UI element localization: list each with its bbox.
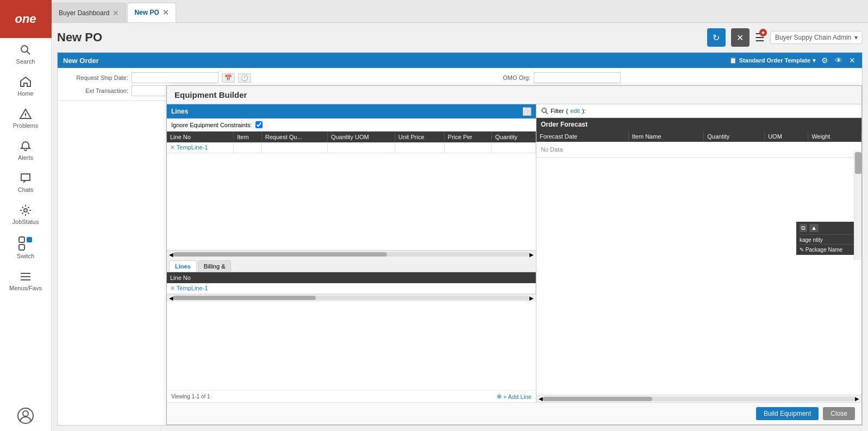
bottom-data-row: ✕ TempLine-1: [167, 283, 536, 294]
package-collapse-icon[interactable]: ▲: [809, 224, 819, 232]
col-quantity: Quantity: [492, 132, 536, 142]
forecast-no-data: No Data: [536, 142, 861, 158]
bottom-cell-line-no: ✕ TempLine-1: [167, 283, 536, 294]
app-logo[interactable]: one: [0, 0, 52, 38]
sidebar-item-search[interactable]: Search: [0, 38, 51, 70]
bottom-row-delete-btn[interactable]: ✕: [170, 285, 175, 291]
lines-collapse-btn[interactable]: ⬜: [522, 107, 532, 116]
lines-table: Line No Item Request Qu... Quantity UOM …: [167, 132, 536, 251]
forecast-no-data-row: No Data: [536, 142, 861, 158]
filter-edit-link[interactable]: edit: [570, 108, 580, 114]
main-content: Buyer Dashboard ✕ New PO ✕ New PO ↻ ✕ ☰ …: [52, 0, 868, 431]
sidebar-item-chats-label: Chats: [18, 186, 34, 193]
bottom-status-bar: Viewing 1-1 of 1 ⊕ + Add Line: [167, 390, 536, 402]
forecast-scroll-right[interactable]: ▶: [855, 396, 859, 402]
scroll-right-arrow[interactable]: ▶: [529, 252, 534, 258]
svg-point-4: [24, 209, 27, 212]
equipment-builder-footer: Build Equipment Close: [167, 402, 861, 424]
forecast-table: Forecast Date Item Name Quantity UOM Wei…: [536, 131, 861, 395]
bottom-table: Line No ✕ TempLine-1: [167, 272, 536, 294]
new-order-header: New Order 📋 Standard Order Template ▾ ⚙ …: [58, 53, 862, 68]
sidebar-item-menus[interactable]: Menus/Favs: [0, 265, 51, 297]
tab-close-buyer-dashboard[interactable]: ✕: [113, 9, 119, 17]
build-equipment-btn[interactable]: Build Equipment: [756, 407, 819, 420]
template-settings-btn[interactable]: ⚙: [820, 56, 829, 65]
forecast-scroll-left[interactable]: ◀: [539, 396, 543, 402]
col-line-no: Line No: [167, 132, 234, 142]
equipment-builder: Equipment Builder Lines ⬜ Ignore Equipme…: [166, 85, 862, 425]
template-label: Standard Order Template: [739, 57, 810, 64]
template-view-btn[interactable]: 👁: [834, 56, 844, 65]
sidebar-item-jobstatus[interactable]: JobStatus: [0, 198, 51, 230]
chat-icon: [19, 172, 32, 185]
page-title: New PO: [57, 30, 702, 45]
sidebar-item-switch[interactable]: Switch: [0, 230, 51, 265]
user-dropdown[interactable]: Buyer Suppy Chain Admin ▾: [770, 31, 863, 44]
sidebar-item-switch-label: Switch: [17, 253, 34, 259]
templine-link[interactable]: TempLine-1: [177, 144, 208, 151]
col-quantity-uom: Quantity UOM: [327, 132, 395, 142]
ignore-constraints-checkbox[interactable]: [255, 121, 263, 128]
scroll-thumb: [173, 252, 387, 257]
tab-bar: Buyer Dashboard ✕ New PO ✕: [52, 0, 868, 23]
svg-line-1: [27, 52, 30, 55]
svg-rect-5: [19, 237, 24, 242]
tab-close-new-po[interactable]: ✕: [163, 9, 169, 16]
new-order-close-btn[interactable]: ✕: [848, 56, 857, 65]
menu-button[interactable]: ☰ ★: [755, 31, 765, 44]
tab-billing[interactable]: Billing &: [198, 260, 232, 272]
sidebar-item-menus-label: Menus/Favs: [9, 285, 42, 291]
input-request-ship-date[interactable]: [132, 72, 218, 83]
bell-icon: [19, 140, 32, 153]
cell-price-per: [444, 142, 491, 153]
refresh-button[interactable]: ↻: [707, 28, 726, 47]
bottom-scroll-right[interactable]: ▶: [529, 295, 534, 301]
label-omo-org: OMO Org:: [465, 74, 530, 81]
forecast-data-table: Forecast Date Item Name Quantity UOM Wei…: [536, 131, 861, 158]
close-button[interactable]: ✕: [731, 28, 750, 47]
sidebar-item-problems[interactable]: Problems: [0, 102, 51, 134]
row-delete-btn[interactable]: ✕: [170, 144, 175, 151]
search-icon: [19, 43, 32, 57]
package-expand-icon[interactable]: ⧉: [800, 224, 807, 232]
scroll-left-arrow[interactable]: ◀: [169, 252, 173, 258]
table-row: ✕ TempLine-1: [167, 142, 536, 153]
template-dropdown-arrow: ▾: [813, 57, 816, 64]
bottom-templine-link[interactable]: TempLine-1: [177, 285, 208, 291]
col-request-qu: Request Qu...: [261, 132, 327, 142]
bottom-hscrollbar[interactable]: ◀ ▶: [167, 294, 536, 302]
sidebar-item-home[interactable]: Home: [0, 70, 51, 102]
sidebar-item-alerts[interactable]: Alerts: [0, 134, 51, 166]
sidebar-item-chats[interactable]: Chats: [0, 166, 51, 198]
close-equipment-btn[interactable]: Close: [823, 407, 855, 420]
forecast-header-row: Forecast Date Item Name Quantity UOM Wei…: [536, 131, 861, 142]
forecast-title: Order Forecast: [541, 121, 588, 128]
clock-btn[interactable]: 🕐: [238, 73, 251, 83]
bottom-scroll-left[interactable]: ◀: [169, 295, 173, 301]
user-name: Buyer Suppy Chain Admin: [775, 34, 851, 41]
vertical-scrollbar[interactable]: [854, 151, 861, 260]
forecast-col-weight: Weight: [808, 131, 861, 142]
cell-request-qu: [261, 142, 327, 153]
forecast-col-date: Forecast Date: [536, 131, 628, 142]
switch-icon: [18, 236, 33, 251]
lines-header: Lines ⬜: [167, 104, 536, 118]
cell-quantity: [492, 142, 536, 153]
forecast-hscrollbar[interactable]: ◀ ▶: [536, 395, 861, 402]
tab-new-po[interactable]: New PO ✕: [127, 3, 176, 22]
add-line-link[interactable]: ⊕ + Add Line: [497, 393, 532, 400]
order-forecast-panel: Filter ( edit ): Order Forecast: [536, 104, 861, 402]
label-ext-transaction: Ext Transaction:: [63, 88, 128, 94]
forecast-col-item: Item Name: [628, 131, 704, 142]
tab-buyer-dashboard[interactable]: Buyer Dashboard ✕: [52, 3, 126, 22]
cell-quantity-uom: [327, 142, 395, 153]
package-columns-panel: ⧉ ▲ kage ntity ✎ Package Name: [796, 222, 861, 255]
filter-bar: Filter ( edit ):: [536, 104, 861, 118]
calendar-btn[interactable]: 📅: [222, 73, 235, 83]
input-omo-org[interactable]: [534, 72, 621, 83]
svg-point-12: [23, 411, 28, 416]
lines-hscrollbar[interactable]: ◀ ▶: [167, 251, 536, 258]
bottom-header-row: Line No: [167, 272, 536, 283]
sidebar-item-user-avatar[interactable]: [0, 402, 51, 431]
tab-lines[interactable]: Lines: [169, 260, 197, 272]
